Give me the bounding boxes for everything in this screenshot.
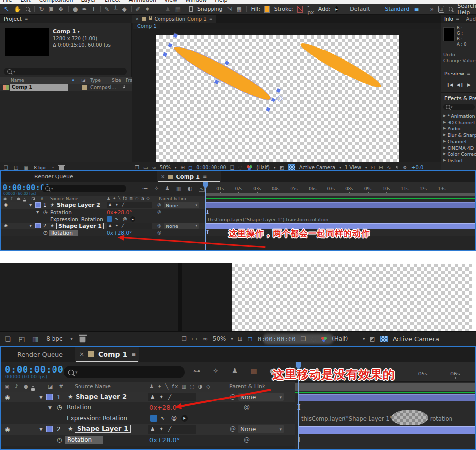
close-tab-icon[interactable]: ×	[135, 16, 139, 21]
label-column-icon[interactable]: ◪	[48, 383, 53, 390]
new-folder-icon[interactable]: ◰	[14, 165, 18, 170]
rotation-tool-icon[interactable]: ↻	[39, 6, 44, 13]
tab-preview[interactable]: Preview	[444, 71, 464, 76]
frame-blending-icon[interactable]: ▥	[250, 367, 257, 375]
stroke-width-value[interactable]: - px	[307, 3, 314, 16]
expand-arrow-icon[interactable]: ▼	[39, 427, 43, 432]
ruler-label[interactable]: 01s	[211, 186, 230, 191]
expand-arrow-icon[interactable]: ▶	[443, 132, 446, 138]
current-timecode[interactable]: 0:00:00:00	[5, 364, 63, 375]
snap-options-icon[interactable]: ⇲	[227, 6, 232, 13]
effects-category-row[interactable]: ▶CINEMA 4D	[443, 145, 476, 151]
channel-goggles-icon[interactable]: ∞	[202, 335, 208, 343]
number-column[interactable]: #	[40, 196, 44, 201]
effects-search-input[interactable]: ▾	[443, 104, 475, 110]
timeline-search-input[interactable]: ▾	[64, 366, 185, 378]
add-shape-icon[interactable]: ▶	[335, 6, 338, 12]
workspace-default[interactable]: Default	[350, 6, 370, 12]
tab-comp1[interactable]: × Comp 1 ≡	[75, 347, 139, 362]
effects-category-row[interactable]: ▶Color Correction	[443, 151, 476, 157]
project-search-input[interactable]: ▾	[4, 68, 127, 75]
audio-column-icon[interactable]: ♪	[10, 196, 13, 201]
lock-column-icon[interactable]	[31, 388, 35, 391]
expand-arrow-icon[interactable]: ▼	[29, 224, 32, 228]
frame-blending-icon[interactable]: ▥	[176, 185, 181, 192]
hide-shy-layers-icon[interactable]: ♟	[165, 185, 170, 192]
eye-icon[interactable]: ◉	[4, 223, 8, 228]
solo-column-icon[interactable]: ●	[24, 383, 28, 390]
pixel-aspect-icon[interactable]: ⊡	[371, 165, 375, 170]
tab-info[interactable]: Info	[444, 16, 453, 22]
brush-tool-icon[interactable]: ✎	[105, 6, 109, 13]
label-column-icon[interactable]: ◪	[31, 196, 35, 201]
expression-graph-icon[interactable]: ∿	[160, 415, 165, 421]
rotation-label-highlighted[interactable]: Rotation	[49, 230, 78, 236]
work-area-bar[interactable]	[295, 383, 475, 391]
motion-blur-icon[interactable]: ◐	[188, 185, 193, 192]
tab-project[interactable]: Project	[4, 16, 22, 22]
resolution-caret-icon[interactable]: ▾	[363, 337, 365, 341]
timeline-search-input[interactable]: ▾	[42, 185, 126, 192]
composition-mini-flowchart-icon[interactable]: ⊶	[142, 185, 148, 192]
selection-tool-icon[interactable]: ↖	[4, 5, 9, 13]
exposure-gear-icon[interactable]: ⚙	[403, 165, 407, 170]
pickwhip-icon[interactable]: @	[157, 230, 161, 235]
ruler-label[interactable]: 02s	[230, 186, 248, 191]
expression-language-menu-icon[interactable]: ▶	[181, 415, 188, 422]
tab-composition[interactable]: × Composition Comp 1 ≡	[132, 15, 216, 23]
flowchart-button-icon[interactable]: ⋔	[395, 165, 399, 170]
new-folder-icon[interactable]: ◰	[19, 335, 25, 343]
workspace-bar-icon[interactable]: ◫	[438, 6, 444, 13]
layer-switches[interactable]: ♟ ✦ ╱	[107, 202, 152, 208]
rotation-label[interactable]: Rotation	[50, 209, 72, 215]
show-channel-icon[interactable]	[246, 165, 252, 170]
camera-tool-icon[interactable]: ▣	[48, 6, 53, 13]
interpret-footage-icon[interactable]: ❏	[4, 165, 8, 170]
expand-arrow-icon[interactable]: ▼	[39, 395, 43, 400]
ruler-label[interactable]: 03s	[248, 186, 266, 191]
snapshot-icon[interactable]: ❑	[301, 335, 306, 342]
timeline-button-icon[interactable]: ∿	[387, 165, 391, 170]
project-comp-name[interactable]: Comp 1 ▾	[53, 28, 79, 35]
puppet-pin-tool-icon[interactable]: ✶	[145, 6, 150, 13]
clone-stamp-tool-icon[interactable]: ┴	[114, 6, 117, 13]
effects-category-row[interactable]: ▶Distort	[443, 157, 476, 164]
source-name-column[interactable]: Source Name	[50, 196, 78, 201]
label-color-chip[interactable]	[82, 85, 87, 90]
draft-3d-icon[interactable]: ✧	[213, 367, 219, 375]
stopwatch-icon[interactable]: ◷	[43, 230, 48, 235]
effects-category-row[interactable]: ▶* Animation Pres	[443, 113, 476, 119]
bpc-caret-icon[interactable]: ▾	[71, 337, 73, 341]
viewer-timecode[interactable]: 0:00:00:00	[196, 165, 226, 170]
ruler-label[interactable]: 06s	[439, 371, 472, 377]
grid-guides-icon[interactable]: ⊞	[238, 335, 242, 342]
layer-switches[interactable]: ♟ ✦ ╱	[107, 223, 152, 229]
menu-item[interactable]: Effect	[105, 0, 120, 3]
workspace-standard[interactable]: Standard	[385, 6, 410, 12]
layer-name[interactable]: Shape Layer 2	[57, 202, 100, 208]
always-preview-icon[interactable]: ❐	[135, 165, 139, 170]
comp-flyout-icon[interactable]: ▾	[78, 30, 79, 34]
playhead-line[interactable]	[205, 182, 206, 250]
ellipse-tool-icon[interactable]: ●	[73, 6, 78, 13]
resolution-value[interactable]: (Half)	[256, 165, 270, 170]
column-name[interactable]: Name	[11, 78, 24, 83]
eye-icon[interactable]: ◉	[5, 426, 10, 433]
number-column[interactable]: #	[59, 383, 63, 390]
expand-arrow-icon[interactable]: ▶	[443, 151, 446, 157]
hand-tool-icon[interactable]: ✋	[14, 6, 21, 13]
expression-enabled-icon[interactable]: =	[150, 415, 157, 422]
view-caret-icon[interactable]: ▾	[365, 166, 367, 170]
pen-tool-icon[interactable]: ✒	[82, 6, 87, 13]
ruler-label[interactable]: 04s	[266, 186, 285, 191]
fast-previews-icon[interactable]: ⊟	[379, 165, 383, 170]
close-tab-icon[interactable]: ×	[79, 351, 84, 358]
expand-arrow-icon[interactable]: ▶	[443, 145, 446, 151]
ruler-label[interactable]: 11s	[396, 186, 414, 191]
menu-item[interactable]: Help	[215, 0, 227, 3]
video-column-icon[interactable]: ◉	[5, 383, 10, 390]
panel-menu-icon[interactable]: ≡	[25, 16, 28, 21]
magnification-value[interactable]: 50%	[213, 335, 226, 342]
solo-column-icon[interactable]: ●	[17, 196, 20, 201]
work-area-bar[interactable]	[205, 193, 475, 196]
